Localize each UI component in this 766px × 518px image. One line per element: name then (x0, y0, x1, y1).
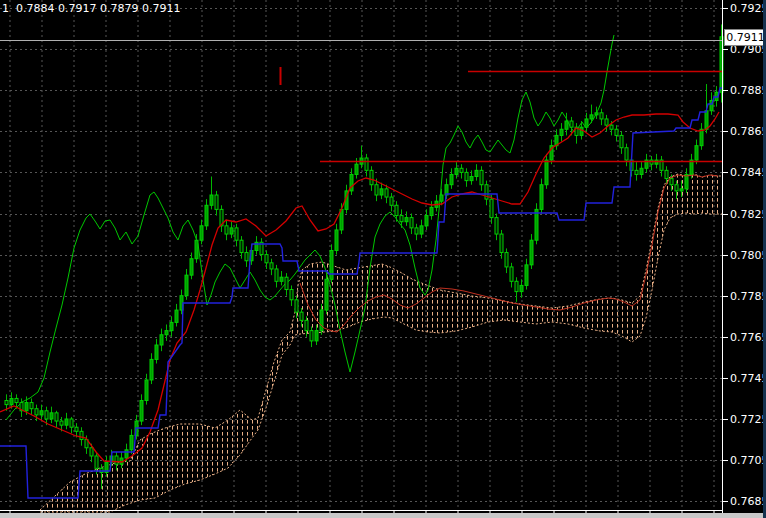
candle-body (310, 331, 313, 341)
candle-body (625, 148, 628, 160)
candle-body (55, 413, 58, 421)
candle-body (505, 253, 508, 267)
price-tick-label: 0.7865 (730, 125, 766, 138)
candle-body (80, 431, 83, 439)
candle-body (680, 189, 683, 191)
candle-body (635, 170, 638, 174)
candle-body (320, 310, 323, 331)
candle-body (200, 226, 203, 240)
candle-body (30, 403, 33, 409)
price-tick-label: 0.7725 (730, 413, 766, 426)
ohlc-readout: 1 0.7884 0.7917 0.7879 0.7911 (2, 2, 180, 15)
candle-body (385, 189, 388, 197)
candle-body (10, 398, 13, 404)
candle-body (595, 113, 598, 115)
candle-body (405, 218, 408, 222)
candle-body (610, 125, 613, 129)
candle-body (300, 312, 303, 320)
candle-body (430, 207, 433, 215)
candle-body (35, 409, 38, 415)
candle-body (480, 170, 483, 184)
price-chart[interactable]: 0.79250.79050.78850.78650.78450.78250.78… (0, 0, 766, 518)
candle-body (170, 322, 173, 330)
candle-body (685, 174, 688, 188)
candle-body (490, 199, 493, 217)
candle-body (450, 174, 453, 184)
candle-body (580, 127, 583, 135)
candle-body (235, 228, 238, 240)
candle-body (185, 275, 188, 296)
candle-body (115, 456, 118, 464)
candle-body (665, 170, 668, 178)
candle-body (295, 300, 298, 312)
candle-body (515, 281, 518, 291)
candle-body (535, 209, 538, 240)
candle-body (425, 216, 428, 226)
candle-body (15, 398, 18, 402)
candle-body (60, 421, 63, 425)
candle-body (500, 234, 503, 252)
price-tick-label: 0.7885 (730, 84, 766, 97)
price-tick-label: 0.7845 (730, 166, 766, 179)
bottom-window-border (0, 513, 766, 518)
candle-body (365, 158, 368, 170)
candle-body (75, 427, 78, 431)
candle-body (190, 259, 193, 275)
candle-body (335, 230, 338, 251)
candle-body (475, 170, 478, 176)
candle-body (45, 411, 48, 419)
candle-body (230, 228, 233, 234)
candle-body (390, 197, 393, 205)
candle-body (400, 216, 403, 222)
candle-body (510, 267, 513, 281)
candle-body (210, 195, 213, 205)
candle-body (545, 160, 548, 185)
candle-body (5, 401, 8, 405)
candle-body (125, 450, 128, 458)
candle-body (670, 179, 673, 185)
price-tick-label: 0.7765 (730, 331, 766, 344)
candle-body (240, 240, 243, 252)
candle-body (175, 310, 178, 322)
trading-chart-window: 1 0.7884 0.7917 0.7879 0.7911 0.79250.79… (0, 0, 766, 518)
price-tick-label: 0.7745 (730, 372, 766, 385)
candle-body (155, 345, 158, 359)
candle-body (215, 195, 218, 209)
candle-body (455, 168, 458, 174)
candle-body (40, 411, 43, 415)
candle-body (245, 253, 248, 261)
candle-body (160, 335, 163, 345)
candle-body (145, 380, 148, 401)
candle-body (285, 277, 288, 289)
candle-body (695, 146, 698, 160)
price-tick-label: 0.7785 (730, 290, 766, 303)
candle-body (570, 121, 573, 127)
candle-body (90, 448, 93, 456)
candle-body (265, 255, 268, 263)
candle-body (540, 185, 543, 210)
current-price-badge: 0.7911 (724, 29, 766, 46)
candle-body (225, 226, 228, 234)
candle-body (95, 456, 98, 468)
price-tick-label: 0.7685 (730, 495, 766, 508)
candle-body (395, 205, 398, 215)
candle-body (370, 170, 373, 184)
candle-body (270, 263, 273, 269)
candle-body (700, 129, 703, 145)
candle-body (280, 277, 283, 281)
price-tick-label: 0.7805 (730, 249, 766, 262)
candle-body (65, 419, 68, 425)
candle-body (585, 119, 588, 127)
candle-body (375, 185, 378, 195)
candle-body (525, 265, 528, 286)
candle-body (600, 113, 603, 119)
candle-body (465, 172, 468, 180)
candle-body (605, 119, 608, 125)
candle-body (460, 168, 463, 172)
candle-body (355, 164, 358, 174)
candle-body (25, 403, 28, 411)
candle-body (140, 401, 143, 422)
candle-body (315, 331, 318, 341)
candle-body (560, 129, 563, 135)
candle-body (130, 435, 133, 449)
